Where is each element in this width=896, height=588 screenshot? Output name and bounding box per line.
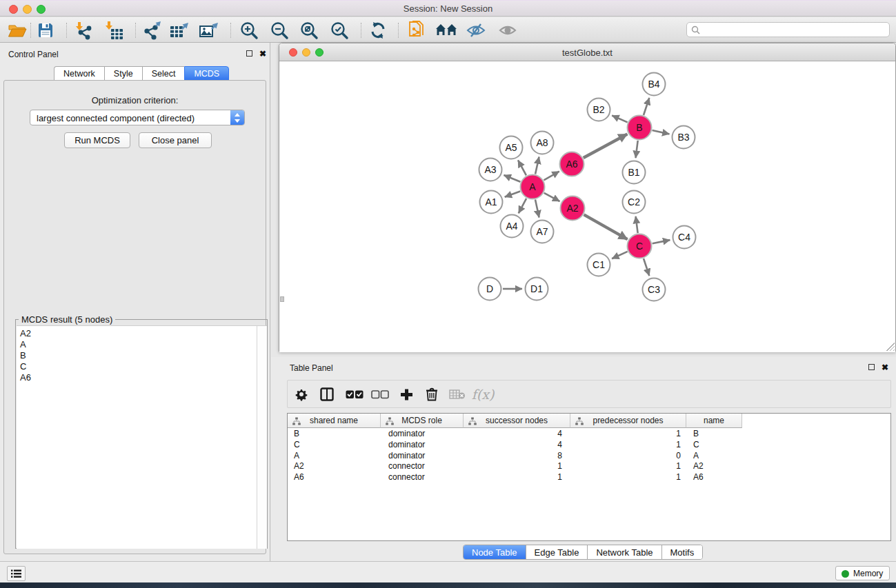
table-cell[interactable]: 4 <box>464 440 570 451</box>
network-canvas[interactable]: AA6A2BCA1A3A4A5A7A8B1B2B3B4C1C2C3C4DD1 <box>279 62 895 352</box>
table-cell[interactable]: dominator <box>381 440 464 451</box>
table-cell[interactable]: 1 <box>570 440 686 451</box>
table-cell[interactable]: A2 <box>288 461 381 472</box>
table-cell[interactable]: A <box>686 451 742 462</box>
window-resize-grip[interactable] <box>886 343 895 351</box>
table-cell[interactable]: connector <box>381 472 464 483</box>
table-cell[interactable]: A6 <box>288 472 381 483</box>
hide-details-button[interactable] <box>464 21 488 40</box>
mcds-result-item[interactable]: C <box>17 361 267 372</box>
graph-edge[interactable] <box>505 192 520 197</box>
table-cell[interactable]: 1 <box>570 429 686 440</box>
table-row[interactable]: Cdominator41C <box>288 440 892 451</box>
table-cell[interactable]: 0 <box>570 451 686 462</box>
mcds-result-item[interactable]: B <box>17 350 267 361</box>
delete-table-button[interactable] <box>447 385 468 403</box>
graph-edge[interactable] <box>653 130 670 134</box>
tab-style[interactable]: Style <box>104 66 142 81</box>
table-cell[interactable]: dominator <box>381 429 464 440</box>
new-network-button[interactable] <box>406 21 429 40</box>
home-button[interactable] <box>435 21 458 40</box>
table-float-button[interactable] <box>868 364 875 370</box>
float-panel-button[interactable] <box>246 50 252 57</box>
refresh-button[interactable] <box>366 21 390 40</box>
network-graph[interactable]: AA6A2BCA1A3A4A5A7A8B1B2B3B4C1C2C3C4DD1 <box>279 62 895 352</box>
close-panel-button[interactable]: Close panel <box>139 132 212 148</box>
column-header[interactable]: predecessor nodes <box>570 414 686 428</box>
export-image-button[interactable] <box>197 21 221 40</box>
table-cell[interactable]: A2 <box>686 461 742 472</box>
mcds-result-list[interactable]: A2ABCA6 <box>17 325 267 549</box>
table-tab-motifs[interactable]: Motifs <box>662 545 703 559</box>
delete-column-button[interactable] <box>421 385 442 403</box>
table-close-icon[interactable]: ✖ <box>882 363 888 372</box>
add-column-button[interactable] <box>396 385 417 403</box>
graph-edge[interactable] <box>535 157 539 174</box>
scrollbar-track[interactable] <box>257 326 267 549</box>
table-cell[interactable]: C <box>288 440 381 451</box>
column-header[interactable]: name <box>686 414 742 428</box>
graph-edge[interactable] <box>544 172 559 181</box>
graph-edge[interactable] <box>504 175 520 182</box>
graph-edge[interactable] <box>612 115 627 122</box>
search-input[interactable] <box>686 22 890 37</box>
table-cell[interactable]: 1 <box>570 461 686 472</box>
table-cell[interactable]: 1 <box>570 472 686 483</box>
table-cell[interactable]: C <box>686 440 742 451</box>
open-file-button[interactable] <box>6 21 29 40</box>
memory-button[interactable]: Memory <box>835 566 890 580</box>
graph-edge[interactable] <box>519 199 526 214</box>
graph-edge[interactable] <box>612 252 628 258</box>
graph-edge[interactable] <box>535 200 539 218</box>
mcds-result-item[interactable]: A6 <box>17 372 267 383</box>
table-tab-edge-table[interactable]: Edge Table <box>526 545 588 559</box>
zoom-selected-button[interactable] <box>328 21 351 40</box>
graph-edge[interactable] <box>518 160 526 175</box>
graph-edge[interactable] <box>584 134 628 158</box>
graph-edge[interactable] <box>636 141 638 158</box>
table-tab-node-table[interactable]: Node Table <box>464 545 526 559</box>
table-cell[interactable]: 8 <box>464 451 570 462</box>
table-cell[interactable]: 1 <box>464 461 570 472</box>
table-row[interactable]: A2connector11A2 <box>288 461 892 472</box>
graph-edge[interactable] <box>653 240 670 243</box>
select-all-button[interactable] <box>344 385 365 403</box>
column-header[interactable]: shared name <box>288 414 381 428</box>
mcds-result-item[interactable]: A <box>17 339 267 350</box>
graph-edge[interactable] <box>636 216 638 233</box>
table-settings-button[interactable] <box>291 385 312 403</box>
table-cell[interactable]: B <box>686 429 742 440</box>
show-details-button[interactable] <box>496 21 519 40</box>
tab-select[interactable]: Select <box>142 66 185 81</box>
zoom-in-button[interactable] <box>237 21 261 40</box>
status-menu-button[interactable] <box>7 566 26 581</box>
table-tab-network-table[interactable]: Network Table <box>588 545 661 559</box>
import-network-button[interactable] <box>72 21 95 40</box>
zoom-fit-button[interactable] <box>297 21 321 40</box>
export-table-button[interactable] <box>168 21 191 40</box>
graph-edge[interactable] <box>544 193 560 201</box>
mcds-result-item[interactable]: A2 <box>17 328 267 339</box>
deselect-all-button[interactable] <box>370 385 390 403</box>
table-row[interactable]: Adominator80A <box>288 451 892 462</box>
node-table[interactable]: shared nameMCDS rolesuccessor nodesprede… <box>287 413 891 541</box>
graph-edge[interactable] <box>584 214 628 239</box>
graph-edge[interactable] <box>644 258 649 276</box>
tab-network[interactable]: Network <box>54 66 104 81</box>
criterion-dropdown[interactable]: largest connected component (directed) <box>30 110 245 125</box>
column-header[interactable]: MCDS role <box>381 414 464 428</box>
table-cell[interactable]: A6 <box>686 472 742 483</box>
table-column-view-button[interactable] <box>317 385 337 403</box>
table-cell[interactable]: connector <box>381 461 464 472</box>
table-cell[interactable]: 1 <box>464 472 570 483</box>
import-table-button[interactable] <box>103 21 126 40</box>
function-builder-button[interactable]: f(x) <box>472 385 493 403</box>
table-cell[interactable]: B <box>288 429 381 440</box>
table-cell[interactable]: dominator <box>381 451 464 462</box>
table-cell[interactable]: 4 <box>464 429 570 440</box>
network-window-titlebar[interactable]: testGlobe.txt <box>279 43 895 61</box>
table-cell[interactable]: A <box>288 451 381 462</box>
column-header[interactable]: successor nodes <box>464 414 570 428</box>
export-network-button[interactable] <box>140 21 163 40</box>
save-session-button[interactable] <box>34 21 57 40</box>
